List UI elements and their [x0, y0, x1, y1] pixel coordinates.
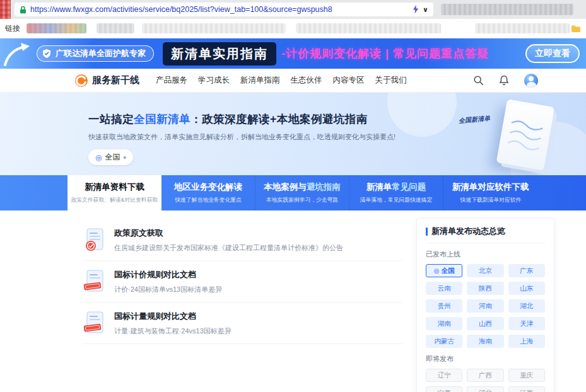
- title-suffix: ：政策深度解读+本地案例避坑指南: [190, 113, 368, 125]
- browser-window: ∨ 链接 广联达清单全面护航专家 新清单实用指南 -计价: [0, 0, 586, 392]
- redacted-bookmark[interactable]: [142, 23, 286, 33]
- tab-title: 新清单资料下载: [85, 182, 144, 193]
- policy-doc-icon: [82, 228, 106, 253]
- search-icon[interactable]: [473, 75, 484, 86]
- region-button[interactable]: 陕西: [467, 282, 503, 295]
- main-content: 政策原文获取住房城乡建设部关于发布国家标准《建设工程工程量清单计价标准》的公告国…: [0, 210, 586, 392]
- region-button[interactable]: 江西: [508, 386, 545, 392]
- region-button[interactable]: 湖南: [426, 317, 462, 330]
- tab-5[interactable]: 新清单对应软件下载快速下载新清单对应软件: [443, 175, 537, 210]
- brand-icon: [74, 74, 88, 88]
- tab-subtitle: 清单落地，常见问题快速搞定: [360, 196, 432, 204]
- region-button[interactable]: 山东: [508, 282, 545, 295]
- tab-3[interactable]: 本地案例与避坑指南本地实践案例学习，少走弯路: [255, 175, 349, 210]
- redacted-bookmark[interactable]: [296, 23, 441, 33]
- tab-title: 本地案例与避坑指南: [264, 182, 341, 193]
- resource-item[interactable]: 国标计价规则对比文档计价·24国标清单vs13国标清单差异: [82, 261, 402, 303]
- shield-icon: [42, 49, 52, 59]
- browser-toolbar: ∨: [0, 0, 586, 19]
- brand-name: 服务新干线: [92, 74, 139, 86]
- published-region-grid: ◎全国北京广东云南陕西山东贵州河南湖北湖南山西天津内蒙古海南上海: [426, 264, 545, 348]
- title-highlight: 全国新清单: [134, 113, 190, 125]
- caret-down-icon: ▾: [123, 154, 126, 161]
- brand-badge: 广联达清单全面护航专家: [37, 45, 154, 62]
- bookmarks-label: 链接: [5, 23, 20, 34]
- resource-text: 政策原文获取住房城乡建设部关于发布国家标准《建设工程工程量清单计价标准》的公告: [114, 228, 343, 253]
- region-button[interactable]: 天津: [508, 317, 545, 330]
- resource-item[interactable]: 国标计量规则对比文档计量·建筑与装饰工程·24vs13国标差异: [82, 303, 402, 344]
- resource-title: 国标计量规则对比文档: [114, 311, 231, 322]
- region-button[interactable]: 海南: [467, 335, 503, 348]
- nav-item-1[interactable]: 产品服务: [156, 75, 187, 86]
- tab-2[interactable]: 地区业务变化解读快速了解当地业务变化重点: [161, 175, 255, 210]
- resource-desc: 计价·24国标清单vs13国标清单差异: [114, 285, 222, 294]
- nav-actions: [473, 74, 538, 88]
- resource-text: 国标计价规则对比文档计价·24国标清单vs13国标清单差异: [114, 269, 222, 294]
- region-button[interactable]: 内蒙古: [426, 335, 462, 348]
- folder-icon: [571, 25, 581, 33]
- region-button[interactable]: 广西: [467, 369, 503, 382]
- resource-title: 政策原文获取: [114, 228, 343, 239]
- lightning-icon[interactable]: [413, 5, 419, 14]
- location-icon: ◎: [95, 153, 102, 162]
- bookmarks-bar: 链接: [0, 19, 586, 38]
- hero-section: 一站搞定全国新清单：政策深度解读+本地案例避坑指南 快速获取当地政策文件，清单实…: [0, 93, 586, 175]
- resource-text: 国标计量规则对比文档计量·建筑与装饰工程·24vs13国标差异: [114, 311, 231, 336]
- banner-title: 新清单实用指南: [163, 42, 276, 66]
- compare-doc-icon: [82, 311, 106, 336]
- region-button[interactable]: 贵州: [426, 299, 462, 313]
- page-subtitle: 快速获取当地政策文件，清单实施意见解读分析，拆解当地业务变化重点，吃透规则变化与…: [88, 132, 586, 142]
- resource-title: 国标计价规则对比文档: [114, 269, 222, 280]
- region-button[interactable]: 湖北: [508, 299, 545, 313]
- region-button[interactable]: 北京: [467, 264, 503, 277]
- badge-text: 广联达清单全面护航专家: [56, 48, 146, 59]
- brand-logo[interactable]: 服务新干线: [74, 74, 139, 88]
- bell-icon[interactable]: [499, 75, 509, 86]
- arrow-decoration: [1, 41, 32, 67]
- region-button[interactable]: 云南: [426, 282, 462, 295]
- page-title: 一站搞定全国新清单：政策深度解读+本地案例避坑指南: [88, 112, 586, 127]
- redacted-bookmark[interactable]: [475, 23, 570, 33]
- region-button[interactable]: 河北: [467, 386, 503, 392]
- promo-banner[interactable]: 广联达清单全面护航专家 新清单实用指南 -计价规则变化解读 | 常见问题重点答疑…: [0, 38, 586, 69]
- tab-subtitle: 本地实践案例学习，少走弯路: [266, 196, 338, 204]
- region-button[interactable]: 宁夏: [426, 386, 462, 392]
- tab-subtitle: 快速下载新清单对应软件: [460, 196, 521, 204]
- tab-4[interactable]: 新清单常见问题清单落地，常见问题快速搞定: [349, 175, 443, 210]
- region-button[interactable]: 上海: [508, 335, 545, 348]
- upcoming-label: 即将发布: [426, 354, 545, 364]
- address-bar[interactable]: ∨: [15, 3, 433, 16]
- region-button[interactable]: 重庆: [508, 369, 545, 382]
- resource-desc: 计量·建筑与装饰工程·24vs13国标差异: [114, 326, 231, 336]
- redacted-bookmark[interactable]: [97, 23, 134, 33]
- avatar[interactable]: [524, 74, 538, 88]
- panel-title: 新清单发布动态总览: [426, 226, 545, 243]
- url-input[interactable]: [30, 5, 409, 14]
- region-button[interactable]: 广东: [508, 264, 545, 277]
- region-button[interactable]: 辽宁: [426, 369, 462, 382]
- redacted-bookmark[interactable]: [26, 23, 86, 33]
- tab-1[interactable]: 新清单资料下载政策文件获取、解读&对比资料获取: [67, 175, 161, 210]
- nav-item-5[interactable]: 内容专区: [333, 75, 365, 86]
- view-now-button[interactable]: 立即查看: [525, 44, 580, 63]
- nav-item-6[interactable]: 关于我们: [375, 75, 407, 86]
- lock-icon: [20, 6, 26, 14]
- nav-item-3[interactable]: 新清单指南: [240, 75, 280, 86]
- bookmarks-folder-button[interactable]: [571, 25, 581, 33]
- chevron-down-icon[interactable]: ∨: [423, 6, 428, 13]
- region-button[interactable]: ◎全国: [426, 264, 462, 277]
- region-selector[interactable]: ◎ 全国 ▾: [88, 149, 133, 165]
- section-tabs: 新清单资料下载政策文件获取、解读&对比资料获取地区业务变化解读快速了解当地业务变…: [0, 175, 586, 210]
- release-panel: 新清单发布动态总览 已发布上线 ◎全国北京广东云南陕西山东贵州河南湖北湖南山西天…: [416, 218, 554, 392]
- resource-desc: 住房城乡建设部关于发布国家标准《建设工程工程量清单计价标准》的公告: [114, 243, 343, 253]
- nav-item-2[interactable]: 学习成长: [198, 75, 230, 86]
- region-button[interactable]: 河南: [467, 299, 503, 313]
- redacted-toolbar-buttons[interactable]: [441, 4, 573, 15]
- tab-title: 新清单对应软件下载: [452, 182, 529, 193]
- nav-item-4[interactable]: 生态伙伴: [291, 75, 322, 86]
- tab-title: 新清单常见问题: [366, 182, 426, 193]
- banner-subtitle: -计价规则变化解读 | 常见问题重点答疑: [281, 46, 489, 61]
- resource-item[interactable]: 政策原文获取住房城乡建设部关于发布国家标准《建设工程工程量清单计价标准》的公告: [82, 219, 402, 261]
- tab-subtitle: 快速了解当地业务变化重点: [175, 196, 242, 204]
- region-button[interactable]: 山西: [467, 317, 503, 330]
